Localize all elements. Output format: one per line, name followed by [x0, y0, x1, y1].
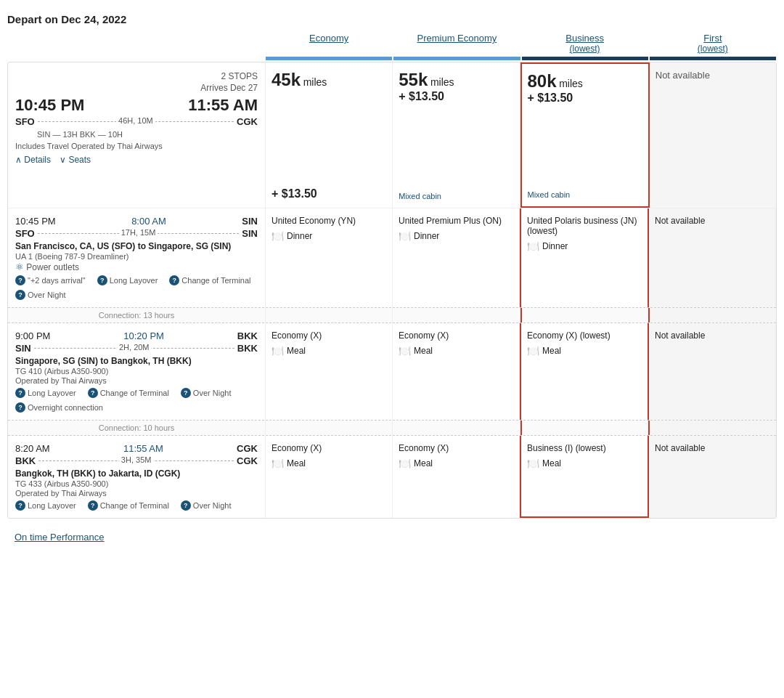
seg1-badges: ? "+2 days arrival" ? Long Layover ? Cha…: [15, 275, 258, 300]
segment1-info: 10:45 PM 8:00 AM SIN SFO 17H, 15M SIN Sa…: [8, 208, 266, 307]
info-icon: ?: [181, 388, 191, 398]
meal-icon: 🍽️: [527, 345, 539, 357]
seg2-flight: TG 410 (Airbus A350-900): [15, 367, 258, 376]
seg2-arrive-time: 10:20 PM: [123, 330, 164, 341]
connection1-row: Connection: 13 hours: [8, 307, 776, 323]
seg3-prem-meal: 🍽️ Meal: [399, 458, 513, 469]
time-row: 10:45 PM 11:55 AM: [15, 96, 258, 115]
seats-link[interactable]: ∨ Seats: [60, 155, 91, 165]
business-label[interactable]: Business: [565, 33, 604, 44]
seg1-business-cabin: United Polaris business (JN) (lowest) 🍽️…: [520, 208, 649, 307]
on-time-performance-link[interactable]: On time Performance: [7, 524, 112, 550]
arrive-time: 11:55 AM: [188, 96, 258, 115]
segment1-row: 10:45 PM 8:00 AM SIN SFO 17H, 15M SIN Sa…: [8, 208, 776, 307]
seg1-badge-2days: ? "+2 days arrival": [15, 275, 86, 285]
economy-bar: [266, 57, 392, 60]
info-icon: ?: [97, 275, 107, 285]
seg2-first-cabin: Not available: [649, 323, 776, 420]
business-miles: 80k: [528, 71, 557, 91]
seg3-time-row: 8:20 AM 11:55 AM CGK: [15, 443, 258, 454]
seg2-route-row: SIN 2H, 20M BKK: [15, 343, 258, 354]
conn1-prem: [393, 308, 520, 322]
seg2-econ-meal: 🍽️ Meal: [271, 345, 386, 357]
seg2-biz-class: Economy (X) (lowest): [527, 330, 642, 341]
seg3-badge-terminal: ? Change of Terminal: [88, 500, 169, 511]
seg1-route-name: San Francisco, CA, US (SFO) to Singapore…: [15, 241, 258, 251]
seg1-econ-meal: 🍽️ Dinner: [271, 230, 386, 242]
seg2-business-cabin: Economy (X) (lowest) 🍽️ Meal: [520, 323, 649, 420]
seg3-route-name: Bangkok, TH (BKK) to Jakarta, ID (CGK): [15, 468, 258, 479]
info-icon: ?: [15, 275, 25, 285]
conn2-biz: [520, 421, 650, 435]
premium-price: + $13.50: [399, 90, 444, 103]
seg3-badge-long: ? Long Layover: [15, 500, 76, 511]
segment2-section: 9:00 PM 10:20 PM BKK SIN 2H, 20M BKK Sin…: [8, 323, 776, 420]
info-icon: ?: [15, 290, 25, 300]
conn1-first: [650, 308, 776, 322]
seg3-econ-meal: 🍽️ Meal: [271, 458, 386, 469]
economy-price-col[interactable]: 45k miles + $13.50: [266, 62, 393, 208]
business-sub: (lowest): [521, 44, 649, 54]
connection2-row: Connection: 10 hours: [8, 420, 776, 436]
premium-price-col[interactable]: 55k miles + $13.50 Mixed cabin: [393, 62, 520, 208]
business-mixed-cabin: Mixed cabin: [528, 184, 642, 199]
seg2-first-class: Not available: [655, 330, 769, 341]
seg1-badge-long-layover: ? Long Layover: [97, 275, 158, 285]
seg1-time-row: 10:45 PM 8:00 AM SIN: [15, 216, 258, 227]
column-headers: Economy Premium Economy Business (lowest…: [265, 33, 777, 57]
seg1-biz-meal: 🍽️ Dinner: [527, 240, 642, 252]
economy-label[interactable]: Economy: [309, 33, 348, 44]
business-price-col[interactable]: 80k miles + $13.50 Mixed cabin: [520, 62, 650, 208]
seg1-origin: SFO: [15, 228, 35, 239]
seg3-business-cabin: Business (I) (lowest) 🍽️ Meal: [520, 436, 649, 518]
connection2-label: Connection: 10 hours: [8, 421, 266, 435]
segment3-row: 8:20 AM 11:55 AM CGK BKK 3H, 35M CGK Ban…: [8, 436, 776, 518]
economy-miles: 45k: [271, 70, 301, 89]
seg2-badge-overnight: ? Over Night: [181, 388, 232, 398]
segment3-info: 8:20 AM 11:55 AM CGK BKK 3H, 35M CGK Ban…: [8, 436, 266, 518]
seg2-prem-meal: 🍽️ Meal: [399, 345, 513, 357]
first-col-header: First (lowest): [649, 33, 777, 57]
depart-time: 10:45 PM: [15, 96, 84, 115]
info-icon: ?: [88, 500, 98, 511]
info-icon: ?: [88, 388, 98, 398]
premium-label[interactable]: Premium Economy: [417, 33, 497, 44]
seg1-duration: 17H, 15M: [119, 228, 158, 237]
page: Depart on Dec 24, 2022 Economy Premium E…: [0, 0, 784, 557]
seg3-route-row: BKK 3H, 35M CGK: [15, 455, 258, 466]
business-price: + $13.50: [528, 92, 642, 105]
info-icon: ?: [15, 388, 25, 398]
origin-code: SFO: [15, 116, 35, 127]
conn1-biz: [520, 308, 650, 322]
business-bar: [522, 57, 648, 60]
seg2-time-row: 9:00 PM 10:20 PM BKK: [15, 330, 258, 341]
seg1-flight: UA 1 (Boeing 787-9 Dreamliner): [15, 252, 258, 261]
seg1-badge-overnight: ? Over Night: [15, 290, 66, 300]
seg3-origin: BKK: [15, 455, 36, 466]
meal-icon: 🍽️: [399, 458, 411, 469]
seg2-origin: SIN: [15, 343, 31, 354]
chevron-down-icon: ∨: [60, 155, 66, 165]
seg3-biz-meal: 🍽️ Meal: [527, 458, 642, 469]
details-link[interactable]: ∧ Details: [15, 155, 51, 165]
premium-miles-label: miles: [430, 76, 454, 88]
power-icon: ⚛: [15, 261, 24, 272]
meal-icon: 🍽️: [399, 345, 411, 357]
seg3-first-class: Not available: [655, 443, 769, 453]
meal-icon: 🍽️: [527, 240, 539, 252]
seg1-first-class: Not available: [655, 216, 769, 226]
links-row: ∧ Details ∨ Seats: [15, 155, 258, 165]
segment3-section: 8:20 AM 11:55 AM CGK BKK 3H, 35M CGK Ban…: [8, 436, 776, 518]
meal-icon: 🍽️: [399, 230, 411, 242]
seg2-badge-terminal: ? Change of Terminal: [88, 388, 169, 398]
economy-miles-label: miles: [303, 76, 327, 88]
seg2-dest: BKK: [237, 330, 258, 341]
seg1-depart-time: 10:45 PM: [15, 216, 56, 227]
first-bar: [650, 57, 776, 60]
seg3-duration: 3H, 35M: [119, 455, 154, 464]
connection1-label: Connection: 13 hours: [8, 308, 266, 322]
first-label[interactable]: First: [703, 33, 722, 44]
info-icon: ?: [181, 500, 191, 511]
conn2-first: [650, 421, 776, 435]
duration: 46H, 10M: [116, 116, 155, 125]
